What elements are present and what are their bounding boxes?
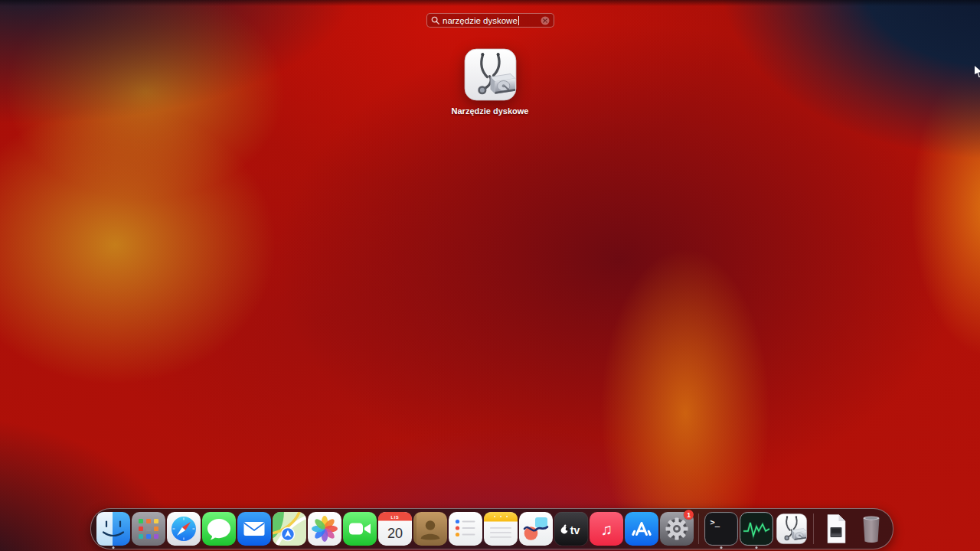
facetime-icon bbox=[343, 512, 377, 546]
dock-item-reminders[interactable] bbox=[448, 508, 482, 549]
music-icon: ♫ bbox=[590, 512, 623, 546]
tv-label-text: tv bbox=[570, 524, 580, 536]
calendar-day-text: 20 bbox=[387, 526, 402, 541]
music-note-glyph: ♫ bbox=[600, 520, 612, 538]
running-indicator bbox=[112, 546, 114, 549]
activity-monitor-icon bbox=[740, 512, 773, 546]
dock-item-document[interactable] bbox=[818, 508, 853, 549]
running-indicator bbox=[755, 546, 757, 549]
dock-item-calendar[interactable]: LIS 20 bbox=[377, 508, 412, 549]
dock-item-notes[interactable] bbox=[483, 508, 518, 549]
dock-item-mail[interactable] bbox=[237, 508, 271, 549]
dock-item-safari[interactable] bbox=[166, 508, 201, 549]
terminal-icon: >_ bbox=[704, 512, 738, 546]
dock-item-apple-tv[interactable]: tv bbox=[554, 508, 588, 549]
dock-item-trash[interactable] bbox=[854, 508, 888, 549]
contacts-icon bbox=[413, 512, 447, 546]
dock-item-messages[interactable] bbox=[201, 508, 236, 549]
app-result-disk-utility[interactable]: Narzędzie dyskowe bbox=[433, 46, 547, 116]
finder-icon bbox=[96, 512, 130, 546]
dock-item-terminal[interactable]: >_ bbox=[704, 508, 738, 549]
maps-icon bbox=[273, 512, 306, 546]
search-input[interactable]: narzędzie dyskowe bbox=[426, 13, 554, 28]
dock: LIS 20 bbox=[90, 508, 893, 549]
app-result-label: Narzędzie dyskowe bbox=[452, 106, 529, 116]
dock-item-maps[interactable] bbox=[272, 508, 306, 549]
dock-item-system-settings[interactable]: 1 bbox=[659, 508, 694, 549]
dock-item-photos[interactable] bbox=[307, 508, 341, 549]
dock-item-finder[interactable] bbox=[96, 508, 130, 549]
dock-item-facetime[interactable] bbox=[342, 508, 377, 549]
calendar-icon: LIS 20 bbox=[378, 512, 412, 546]
freeform-icon bbox=[519, 512, 553, 546]
text-caret bbox=[518, 16, 520, 25]
dock-item-music[interactable]: ♫ bbox=[589, 508, 623, 549]
mail-icon bbox=[237, 512, 271, 546]
app-store-icon bbox=[625, 512, 658, 546]
trash-icon bbox=[854, 512, 888, 546]
search-icon bbox=[431, 16, 439, 24]
notes-icon bbox=[484, 512, 518, 546]
reminders-icon bbox=[449, 512, 482, 546]
disk-utility-icon bbox=[775, 512, 808, 546]
apple-tv-icon: tv bbox=[554, 512, 588, 546]
dock-item-freeform[interactable] bbox=[518, 508, 553, 549]
calendar-month-text: LIS bbox=[390, 515, 399, 520]
safari-icon bbox=[167, 512, 201, 546]
document-icon bbox=[819, 512, 853, 546]
dock-item-disk-utility[interactable] bbox=[774, 508, 808, 549]
photos-icon bbox=[308, 512, 341, 546]
dock-item-app-store[interactable] bbox=[624, 508, 658, 549]
clear-search-button[interactable] bbox=[541, 16, 550, 25]
notification-badge: 1 bbox=[684, 510, 694, 520]
dock-item-activity-monitor[interactable] bbox=[739, 508, 773, 549]
messages-icon bbox=[202, 512, 236, 546]
clear-icon bbox=[541, 16, 550, 25]
dock-separator bbox=[813, 514, 814, 544]
launchpad-icon bbox=[132, 512, 165, 546]
terminal-prompt-glyph: >_ bbox=[710, 517, 720, 527]
running-indicator bbox=[720, 546, 722, 549]
dock-separator bbox=[698, 514, 699, 544]
dock-item-contacts[interactable] bbox=[413, 508, 447, 549]
search-text: narzędzie dyskowe bbox=[443, 16, 518, 25]
disk-utility-app-icon[interactable] bbox=[462, 46, 519, 103]
dock-item-launchpad[interactable] bbox=[131, 508, 165, 549]
